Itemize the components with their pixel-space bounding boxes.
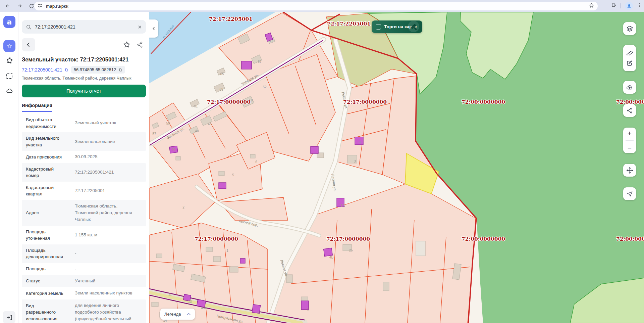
chevron-left-icon (152, 26, 156, 31)
layers-button[interactable] (623, 22, 636, 35)
polygon-tool-button[interactable] (5, 57, 13, 65)
back-button[interactable] (22, 38, 35, 51)
favorite-star-icon[interactable] (123, 41, 130, 48)
browser-menu-icon[interactable] (637, 3, 642, 9)
app-logo[interactable]: a (3, 16, 15, 28)
polygon-icon (6, 57, 13, 64)
login-arrow-icon (6, 314, 12, 321)
get-report-button[interactable]: Получить отчет (22, 85, 146, 97)
tab-information[interactable]: Информация (22, 103, 52, 112)
my-location-button[interactable] (623, 187, 636, 200)
zoom-in-button[interactable]: + (628, 130, 632, 137)
svg-text:72:17:0000000: 72:17:0000000 (326, 236, 370, 242)
url-text[interactable]: map.ru/pkk (46, 4, 589, 9)
svg-text:11: 11 (168, 292, 172, 296)
ruler-button[interactable] (626, 47, 633, 57)
svg-text:72:17:0000000: 72:17:0000000 (195, 236, 238, 242)
measure-t-group (623, 45, 636, 71)
draw-button[interactable] (626, 60, 633, 70)
svg-text:67: 67 (258, 60, 262, 63)
layers-icon (626, 25, 633, 32)
svg-text:48: 48 (208, 122, 212, 126)
dashed-select-icon (6, 73, 12, 79)
gavel-watermark-icon (408, 20, 421, 33)
legend-button[interactable]: Легенда (160, 309, 195, 320)
cloud-icon (6, 87, 13, 95)
extensions-icon[interactable] (611, 2, 616, 9)
cadastral-number-link[interactable]: 72:17:2205001:421 (22, 67, 68, 73)
chevron-up-icon (186, 313, 191, 316)
svg-text:21: 21 (257, 311, 261, 315)
cloud-button[interactable] (5, 87, 13, 95)
svg-text:61: 61 (194, 104, 198, 108)
share-map-button[interactable] (623, 104, 636, 117)
svg-text:72:00:0000000: 72:00:0000000 (462, 99, 505, 105)
collapse-panel-button[interactable] (149, 19, 158, 38)
svg-text:4: 4 (359, 141, 361, 144)
svg-text:69: 69 (269, 39, 273, 43)
torgi-checkbox[interactable] (376, 24, 381, 30)
cloud-upload-icon (626, 84, 633, 91)
toolbar-separator (621, 3, 621, 8)
app-rail: a ☆ (0, 12, 18, 323)
cadastral-map[interactable]: р. ЧаплыкЗелёная ул.Зелёная ул.Лесная ул… (149, 12, 644, 323)
star-icon: ☆ (6, 42, 12, 50)
search-input[interactable]: 72:17:2205001:421 (22, 20, 146, 34)
select-area-button[interactable] (5, 72, 13, 80)
table-row: СтатусУчтенный (22, 275, 146, 287)
svg-text:2: 2 (182, 205, 184, 209)
table-row: Вид объекта недвижимостиЗемельный участо… (22, 114, 146, 132)
table-row: Вид земельного участкаЗемлепользование (22, 132, 146, 151)
svg-text:1: 1 (226, 249, 228, 252)
svg-text:44: 44 (171, 148, 175, 151)
browser-profile-avatar[interactable] (625, 2, 633, 10)
zoom-out-button[interactable]: − (628, 144, 632, 151)
svg-text:72:00:0000000: 72:00:0000000 (462, 236, 505, 242)
copy-icon[interactable] (64, 67, 68, 72)
info-table: Вид объекта недвижимостиЗемельный участо… (22, 114, 146, 323)
clear-search-icon[interactable] (138, 25, 142, 29)
copy-icon[interactable] (118, 67, 122, 72)
svg-text:5: 5 (232, 173, 234, 177)
share-icon[interactable] (137, 41, 143, 48)
table-row: Кадастровый квартал72:17:2205001 (22, 182, 146, 200)
login-button[interactable] (3, 311, 15, 323)
map-canvas[interactable]: р. ЧаплыкЗелёная ул.Зелёная ул.Лесная ул… (149, 12, 644, 323)
page-title: Земельный участок: 72:17:2205001:421 (22, 56, 146, 63)
navigate-icon (627, 191, 633, 197)
legend-label: Легенда (164, 312, 186, 317)
object-address: Тюменская область, Тюменский район, дере… (22, 76, 146, 81)
pan-button[interactable] (623, 164, 636, 177)
svg-text:1А: 1А (341, 204, 345, 207)
browser-forward-icon[interactable] (15, 1, 24, 11)
svg-text:57: 57 (152, 132, 156, 136)
coordinates-chip[interactable]: 56.974895 65.082812 (71, 66, 125, 74)
svg-text:72:17:2205001: 72:17:2205001 (209, 16, 253, 22)
torgi-toggle[interactable]: Торги на карте (372, 20, 422, 33)
table-row: Дата присвоения30.09.2025 (22, 151, 146, 163)
svg-text:72:17:0000000: 72:17:0000000 (343, 99, 387, 105)
svg-text:1: 1 (307, 308, 309, 312)
svg-text:72:17:0000000: 72:17:0000000 (207, 99, 251, 105)
table-row: Площадь- (22, 263, 146, 275)
favorites-button[interactable]: ☆ (3, 40, 15, 52)
edit-icon (626, 60, 633, 66)
svg-text:6: 6 (255, 160, 257, 164)
ruler-icon (626, 49, 633, 55)
move-icon (626, 167, 633, 174)
svg-text:52: 52 (263, 85, 267, 89)
svg-text:65: 65 (220, 72, 224, 76)
upload-button[interactable] (623, 81, 636, 94)
site-settings-icon[interactable] (38, 3, 43, 9)
table-row: Кадастровый номер72:17:2205001:421 (22, 163, 146, 182)
url-bar[interactable]: map.ru/pkk (34, 2, 598, 10)
table-row: Площадь декларированная- (22, 244, 146, 263)
table-row: Категория земельЗемли населенных пунктов (22, 287, 146, 299)
bookmark-star-icon[interactable] (589, 3, 594, 10)
table-row: АдресТюменская область, Тюменский район,… (22, 200, 146, 226)
browser-back-icon[interactable] (3, 1, 12, 11)
browser-toolbar: map.ru/pkk (0, 0, 644, 12)
svg-text:3: 3 (354, 159, 356, 163)
svg-text:59: 59 (166, 122, 170, 125)
search-value[interactable]: 72:17:2205001:421 (35, 24, 138, 30)
